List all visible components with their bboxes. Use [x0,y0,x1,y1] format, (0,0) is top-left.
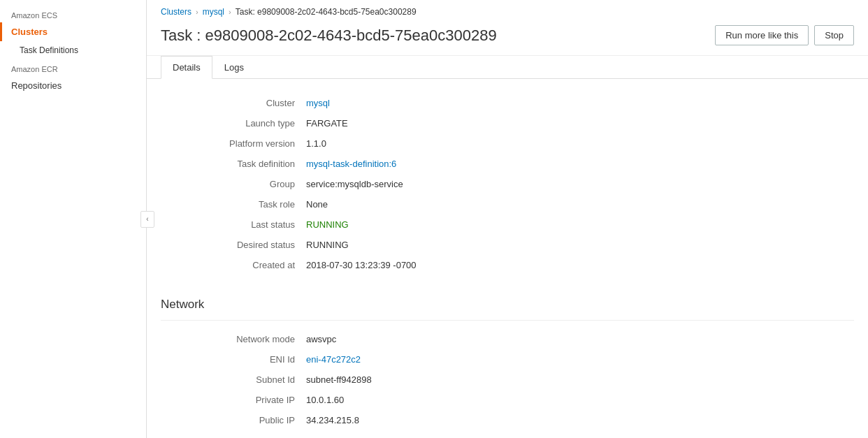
label-desired-status: Desired status [161,235,301,255]
table-row: Desired status RUNNING [161,235,854,255]
network-section: Network Network mode awsvpc ENI Id eni-4… [161,292,854,430]
details-table: Cluster mysql Launch type FARGATE Platfo… [161,93,854,275]
label-platform-version: Platform version [161,133,301,154]
label-created-at: Created at [161,255,301,275]
value-launch-type: FARGATE [301,113,854,133]
label-task-role: Task role [161,194,301,214]
sidebar-collapse-toggle[interactable]: ‹ [140,211,154,228]
value-network-mode: awsvpc [301,329,854,349]
label-last-status: Last status [161,214,301,235]
label-cluster: Cluster [161,93,301,113]
value-platform-version: 1.1.0 [301,133,854,154]
value-group: service:mysqldb-service [301,174,854,194]
breadcrumb: Clusters › mysql › Task: e9809008-2c02-4… [147,0,868,21]
main-content: Clusters › mysql › Task: e9809008-2c02-4… [147,0,868,438]
value-eni-id: eni-47c272c2 [301,349,854,370]
value-task-role: None [301,194,854,214]
table-row: Last status RUNNING [161,214,854,235]
table-row: Created at 2018-07-30 13:23:39 -0700 [161,255,854,275]
table-row: Cluster mysql [161,93,854,113]
breadcrumb-current: Task: e9809008-2c02-4643-bcd5-75ea0c3002… [236,7,417,17]
table-row: Platform version 1.1.0 [161,133,854,154]
sidebar-item-clusters[interactable]: Clusters [0,22,146,41]
label-public-ip: Public IP [161,410,301,430]
label-eni-id: ENI Id [161,349,301,370]
value-private-ip: 10.0.1.60 [301,390,854,410]
tabs-bar: Details Logs [147,56,868,79]
breadcrumb-clusters[interactable]: Clusters [161,7,191,17]
tab-details[interactable]: Details [161,56,212,79]
eni-link[interactable]: eni-47c272c2 [306,354,361,365]
table-row: Launch type FARGATE [161,113,854,133]
tab-logs[interactable]: Logs [212,56,256,79]
label-group: Group [161,174,301,194]
label-task-definition: Task definition [161,154,301,174]
value-task-definition: mysql-task-definition:6 [301,154,854,174]
sidebar-section-label-ecr: Amazon ECR [0,59,146,76]
sidebar-item-task-definitions[interactable]: Task Definitions [0,41,146,59]
task-definition-link[interactable]: mysql-task-definition:6 [306,159,396,169]
stop-button[interactable]: Stop [814,25,854,45]
table-row: Task role None [161,194,854,214]
value-last-status: RUNNING [301,214,854,235]
table-row: Subnet Id subnet-ff942898 [161,370,854,390]
value-public-ip: 34.234.215.8 [301,410,854,430]
breadcrumb-mysql[interactable]: mysql [203,7,224,17]
label-launch-type: Launch type [161,113,301,133]
sidebar-item-repositories[interactable]: Repositories [0,76,146,95]
header-actions: Run more like this Stop [715,25,854,45]
page-title: Task : e9809008-2c02-4643-bcd5-75ea0c300… [161,27,497,45]
label-private-ip: Private IP [161,390,301,410]
table-row: Group service:mysqldb-service [161,174,854,194]
value-created-at: 2018-07-30 13:23:39 -0700 [301,255,854,275]
table-row: Public IP 34.234.215.8 [161,410,854,430]
table-row: Network mode awsvpc [161,329,854,349]
network-heading: Network [161,292,854,321]
cluster-link[interactable]: mysql [306,98,330,108]
value-desired-status: RUNNING [301,235,854,255]
breadcrumb-sep-2: › [229,8,231,16]
page-header: Task : e9809008-2c02-4643-bcd5-75ea0c300… [147,21,868,56]
sidebar: Amazon ECS Clusters Task Definitions Ama… [0,0,147,438]
value-cluster: mysql [301,93,854,113]
table-row: Task definition mysql-task-definition:6 [161,154,854,174]
table-row: Private IP 10.0.1.60 [161,390,854,410]
sidebar-section-ecr: Amazon ECR Repositories [0,59,146,95]
value-subnet-id: subnet-ff942898 [301,370,854,390]
run-more-button[interactable]: Run more like this [715,25,809,45]
network-table: Network mode awsvpc ENI Id eni-47c272c2 … [161,329,854,430]
breadcrumb-sep-1: › [196,8,198,16]
label-subnet-id: Subnet Id [161,370,301,390]
table-row: ENI Id eni-47c272c2 [161,349,854,370]
label-network-mode: Network mode [161,329,301,349]
sidebar-section-ecs: Amazon ECS Clusters Task Definitions [0,6,146,59]
sidebar-section-label-ecs: Amazon ECS [0,6,146,22]
tab-content: Cluster mysql Launch type FARGATE Platfo… [147,79,868,438]
